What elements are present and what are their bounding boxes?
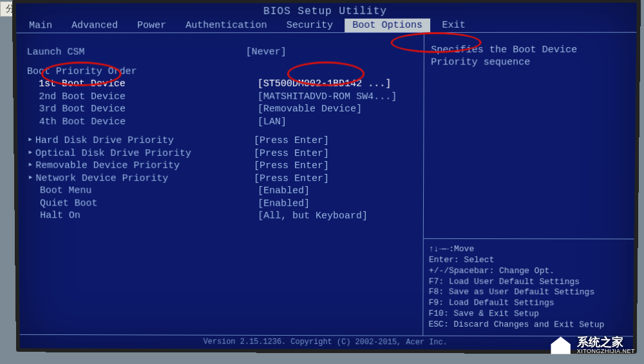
help-line: F9: Load Default Settings — [429, 298, 627, 310]
boot-priority-header: Boot Priority Order — [27, 65, 419, 78]
option-label: Launch CSM — [27, 46, 246, 59]
options-pane: Launch CSM [Never] Boot Priority Order 1… — [16, 33, 424, 336]
boot-menu[interactable]: Boot Menu[Enabled] — [28, 185, 418, 198]
menu-authentication[interactable]: Authentication — [178, 19, 275, 32]
help-line: F8: Save as User Default Settings — [429, 287, 627, 298]
help-line: Enter: Select — [429, 255, 627, 266]
watermark-url: XITONGZHIJIA.NET — [577, 349, 635, 354]
hdd-priority[interactable]: Hard Disk Drive Priority[Press Enter] — [28, 135, 419, 148]
quiet-boot[interactable]: Quiet Boot[Enabled] — [28, 197, 418, 210]
boot-device-1[interactable]: 1st Boot Device[ST500DM002-1BD142 ...] — [27, 78, 419, 91]
removable-priority[interactable]: Removable Device Priority[Press Enter] — [28, 160, 418, 173]
option-value: [Never] — [246, 46, 419, 59]
network-priority[interactable]: Network Device Priority[Press Enter] — [28, 172, 419, 185]
option-launch-csm[interactable]: Launch CSM [Never] — [27, 46, 419, 59]
odd-priority[interactable]: Optical Disk Drive Priority[Press Enter] — [28, 147, 418, 160]
bios-screen: BIOS Setup Utility Main Advanced Power A… — [12, 0, 641, 354]
help-line: ESC: Discard Changes and Exit Setup — [429, 320, 627, 331]
watermark-title: 系统之家 — [577, 336, 635, 349]
menu-advanced[interactable]: Advanced — [64, 19, 126, 32]
house-icon — [549, 334, 573, 356]
menu-boot-options[interactable]: Boot Options — [345, 19, 430, 32]
bios-footer: Version 2.15.1236. Copyright (C) 2002-20… — [20, 335, 633, 350]
bios-title: BIOS Setup Utility — [16, 3, 637, 19]
boot-device-2[interactable]: 2nd Boot Device[MATSHITADVD-ROM SW4...] — [27, 90, 419, 103]
boot-device-4[interactable]: 4th Boot Device[LAN] — [28, 115, 419, 128]
menu-security[interactable]: Security — [279, 19, 341, 32]
halt-on[interactable]: Halt On[All, but Keyboard] — [28, 209, 418, 222]
help-pane: ↑↓→←:Move Enter: Select +/-/Spacebar: Ch… — [424, 239, 634, 336]
menu-power[interactable]: Power — [129, 19, 174, 32]
help-line: +/-/Spacebar: Change Opt. — [429, 265, 627, 276]
help-line: ↑↓→←:Move — [429, 244, 628, 255]
menu-exit[interactable]: Exit — [434, 19, 473, 32]
bios-menu-bar: Main Advanced Power Authentication Secur… — [16, 18, 636, 33]
description-pane: Specifies the Boot Device Priority seque… — [424, 33, 636, 240]
watermark: 系统之家 XITONGZHIJIA.NET — [549, 334, 635, 356]
boot-device-3[interactable]: 3rd Boot Device[Removable Device] — [28, 103, 419, 116]
menu-main[interactable]: Main — [21, 19, 60, 32]
help-line: F7: Load User Default Settings — [429, 276, 627, 287]
help-line: F10: Save & Exit Setup — [429, 309, 627, 320]
